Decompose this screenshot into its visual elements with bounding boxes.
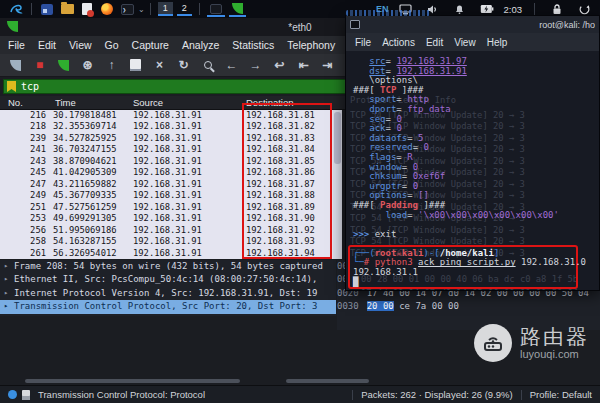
- start-capture-icon[interactable]: [8, 58, 23, 73]
- display-filter-value[interactable]: tcp: [21, 81, 39, 92]
- terminal-menu-help[interactable]: Help: [487, 37, 508, 48]
- wireshark-menu-file[interactable]: File: [8, 39, 25, 51]
- terminal-text: [353, 94, 369, 104]
- open-file-icon[interactable]: ↑: [104, 58, 119, 73]
- expand-arrow-icon[interactable]: ▸: [4, 287, 8, 300]
- wireshark-menu-go[interactable]: Go: [105, 39, 119, 51]
- go-to-packet-icon[interactable]: ↩: [272, 58, 287, 73]
- expand-arrow-icon[interactable]: ▸: [4, 260, 8, 273]
- column-header-source[interactable]: Source: [133, 97, 163, 108]
- taskbar-window-terminal[interactable]: [207, 1, 225, 17]
- wireshark-menu-telephony[interactable]: Telephony: [287, 39, 335, 51]
- expand-arrow-icon[interactable]: ▸: [4, 273, 8, 286]
- status-profile[interactable]: Profile: Default: [530, 389, 592, 400]
- packet-no: 258: [0, 236, 46, 247]
- stop-capture-icon[interactable]: ■: [32, 58, 47, 73]
- detail-row[interactable]: ▸Ethernet II, Src: PcsCompu_50:4c:14 (08…: [0, 273, 336, 286]
- terminal-text: ]###: [418, 200, 445, 210]
- terminal-text: #: [364, 257, 375, 267]
- restart-capture-icon[interactable]: [56, 58, 71, 73]
- terminal-text: src: [369, 56, 385, 66]
- save-file-icon[interactable]: [128, 58, 143, 73]
- find-packet-icon[interactable]: [200, 58, 215, 73]
- text-editor-launcher-icon[interactable]: [79, 1, 95, 17]
- reload-icon[interactable]: ↻: [176, 58, 191, 73]
- column-header-time[interactable]: Time: [55, 97, 76, 108]
- close-capture-icon[interactable]: ×: [152, 58, 167, 73]
- expert-info-icon[interactable]: [8, 390, 17, 399]
- last-packet-icon[interactable]: ⇥: [320, 58, 335, 73]
- packet-time: 43.211659882: [53, 179, 117, 190]
- watermark-name: 路由器: [520, 326, 589, 348]
- terminal-text: 0: [413, 181, 418, 191]
- watermark-domain: luyouqi.com: [520, 348, 589, 361]
- detail-row[interactable]: ▸Frame 208: 54 bytes on wire (432 bits),…: [0, 260, 336, 273]
- column-header-no[interactable]: No.: [8, 97, 23, 108]
- detail-row[interactable]: ▸Internet Protocol Version 4, Src: 192.1…: [0, 287, 336, 300]
- packet-time: 47.527561259: [53, 202, 117, 213]
- terminal-text: 0: [396, 114, 401, 124]
- workspace-1[interactable]: 1: [158, 2, 173, 16]
- packet-time: 51.995069186: [53, 225, 117, 236]
- terminal-text: seq: [369, 114, 385, 124]
- wireshark-menu-statistics[interactable]: Statistics: [232, 39, 274, 51]
- packet-time: 30.179818481: [53, 110, 117, 121]
- display-settings-launcher-icon[interactable]: [39, 1, 55, 17]
- wireshark-menu-capture[interactable]: Capture: [132, 39, 169, 51]
- packet-src: 192.168.31.91: [133, 133, 202, 144]
- terminal-text: http: [407, 94, 429, 104]
- go-forward-icon[interactable]: →: [248, 58, 263, 73]
- packet-src: 192.168.31.91: [133, 110, 202, 121]
- capture-comment-icon[interactable]: [22, 390, 30, 400]
- terminal-text: 0: [423, 142, 428, 152]
- go-back-icon[interactable]: ←: [224, 58, 239, 73]
- packet-no: 249: [0, 190, 46, 201]
- details-hscrollbar[interactable]: [25, 379, 240, 383]
- packet-src: 192.168.31.91: [133, 225, 202, 236]
- workspace-2[interactable]: 2: [177, 2, 192, 16]
- terminal-menu-view[interactable]: View: [454, 37, 476, 48]
- launcher-dropdown-chevron-icon[interactable]: ⌄: [138, 5, 145, 14]
- file-manager-launcher-icon[interactable]: [59, 1, 75, 17]
- terminal-text: [353, 133, 369, 143]
- clock[interactable]: 2:03: [504, 4, 523, 15]
- expand-arrow-icon[interactable]: ▸: [4, 300, 8, 313]
- firefox-launcher-icon[interactable]: [99, 1, 115, 17]
- terminal-text: =: [407, 133, 418, 143]
- hex-bytes-selected: 20 00: [367, 301, 394, 311]
- bytes-hscrollbar[interactable]: [286, 379, 369, 383]
- hex-row[interactable]: 003020 00 ce 7a 00 00: [337, 300, 600, 313]
- packet-list-scrollbar[interactable]: [333, 110, 342, 259]
- wireshark-menu-analyze[interactable]: Analyze: [182, 39, 219, 51]
- kali-logo-icon[interactable]: [8, 1, 24, 17]
- terminal-menu-edit[interactable]: Edit: [426, 37, 443, 48]
- terminal-menu-actions[interactable]: Actions: [382, 37, 415, 48]
- terminal-content[interactable]: src= 192.168.31.97 dst= 192.168.31.91 \o…: [346, 52, 599, 290]
- wireshark-window-title: *eth0: [288, 22, 311, 33]
- terminal-text: dport: [369, 104, 396, 114]
- packet-time: 56.326954012: [53, 248, 117, 259]
- terminal-titlebar[interactable]: root@kali: /ho: [346, 16, 599, 33]
- wireshark-menu-view[interactable]: View: [69, 39, 92, 51]
- first-packet-icon[interactable]: ⇤: [296, 58, 311, 73]
- terminal-window: root@kali: /ho FileActionsEditViewHelp P…: [345, 15, 600, 291]
- terminal-text: =: [386, 123, 397, 133]
- packet-details-pane[interactable]: ▸Frame 208: 54 bytes on wire (432 bits),…: [0, 260, 336, 316]
- terminal-text: =: [402, 162, 413, 172]
- filter-bookmark-icon[interactable]: [7, 81, 16, 92]
- wireshark-menu-edit[interactable]: Edit: [38, 39, 56, 51]
- terminal-text: =: [386, 56, 397, 66]
- detail-row[interactable]: ▸Transmission Control Protocol, Src Port…: [0, 300, 336, 313]
- status-separator: [352, 390, 353, 400]
- terminal-menu-file[interactable]: File: [355, 37, 371, 48]
- capture-options-icon[interactable]: ⊛: [80, 58, 95, 73]
- destination-column-highlight-annotation: [242, 103, 332, 259]
- taskbar-window-wireshark[interactable]: [229, 1, 246, 17]
- terminal-text: [353, 152, 369, 162]
- terminal-text: [353, 190, 369, 200]
- terminal-text: dataofs: [369, 133, 407, 143]
- terminal-text: [353, 162, 369, 172]
- status-separator: [521, 390, 522, 400]
- terminal-launcher-icon[interactable]: ❯: [119, 1, 135, 17]
- terminal-text: sport: [369, 94, 396, 104]
